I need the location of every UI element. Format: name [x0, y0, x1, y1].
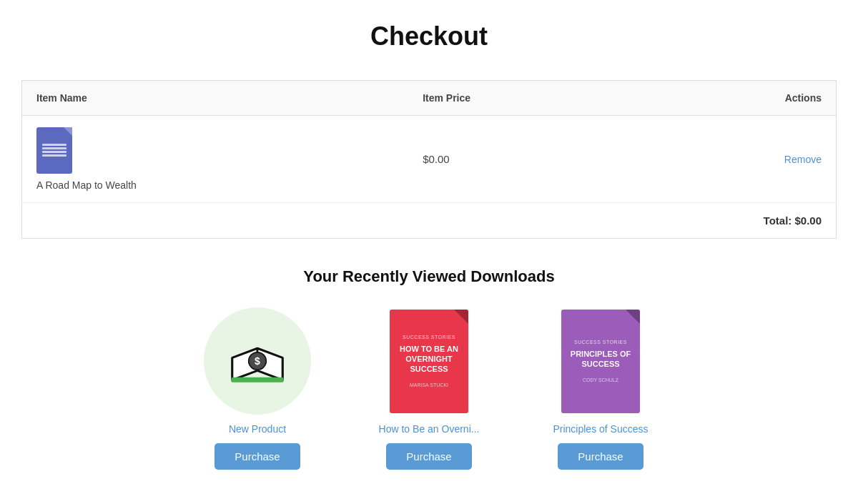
book-cover-author-overnight: MARISA STUCKI [410, 382, 448, 387]
col-header-item-name: Item Name [22, 81, 409, 116]
book-thumb-line [42, 151, 66, 153]
item-price-cell: $0.00 [408, 116, 638, 203]
product-image-overnight-success: SUCCESS STORIES HOW TO BE AN OVERNIGHT S… [375, 307, 483, 415]
book-cover-title-overnight: HOW TO BE AN OVERNIGHT SUCCESS [397, 344, 461, 375]
book-cover-header-principles: SUCCESS STORIES [574, 340, 627, 345]
book-cover-author-principles: CODY SCHULZ [583, 377, 618, 382]
book-thumb-line [42, 154, 66, 157]
book-cover-title-principles: PRINCIPLES OF SUCCESS [568, 349, 633, 370]
product-card-principles-of-success: SUCCESS STORIES PRINCIPLES OF SUCCESS CO… [529, 307, 672, 470]
open-book-icon: $ [225, 336, 290, 386]
table-header-row: Item Name Item Price Actions [22, 81, 837, 116]
purchase-button-overnight-success[interactable]: Purchase [386, 443, 471, 470]
item-name-label: A Road Map to Wealth [36, 179, 137, 191]
purchase-button-new-product[interactable]: Purchase [214, 443, 300, 470]
product-card-overnight-success: SUCCESS STORIES HOW TO BE AN OVERNIGHT S… [358, 307, 500, 470]
col-header-actions: Actions [638, 81, 837, 116]
book-cover-purple: SUCCESS STORIES PRINCIPLES OF SUCCESS CO… [561, 310, 640, 413]
item-actions-cell: Remove [638, 116, 837, 203]
product-name-new-product[interactable]: New Product [229, 423, 286, 435]
col-header-item-price: Item Price [408, 81, 638, 116]
book-cover-header-overnight: SUCCESS STORIES [403, 335, 455, 340]
total-row: Total: $0.00 [22, 203, 837, 239]
book-thumb-lines [42, 144, 66, 158]
book-cover-red: SUCCESS STORIES HOW TO BE AN OVERNIGHT S… [390, 310, 468, 413]
purchase-button-principles[interactable]: Purchase [558, 443, 643, 470]
svg-rect-2 [231, 377, 284, 382]
product-image-new-product: $ [204, 307, 311, 415]
cart-table: Item Name Item Price Actions [21, 80, 837, 239]
product-image-principles: SUCCESS STORIES PRINCIPLES OF SUCCESS CO… [547, 307, 654, 415]
total-label: Total: $0.00 [22, 203, 837, 239]
book-thumb-line [42, 144, 66, 146]
product-card-new-product: $ New Product Purchase [186, 307, 329, 470]
svg-text:$: $ [255, 355, 260, 367]
table-row: A Road Map to Wealth $0.00 Remove [22, 116, 837, 203]
recently-viewed-title: Your Recently Viewed Downloads [21, 267, 837, 286]
product-name-overnight-success[interactable]: How to Be an Overni... [379, 423, 480, 435]
remove-link[interactable]: Remove [784, 154, 822, 165]
recently-viewed-section: Your Recently Viewed Downloads [21, 267, 837, 470]
book-thumb-line [42, 147, 66, 149]
new-product-circle: $ [204, 307, 311, 415]
products-grid: $ New Product Purchase SUCCESS STORIES H… [21, 307, 837, 470]
item-name-cell: A Road Map to Wealth [22, 116, 409, 203]
page-title: Checkout [21, 21, 837, 51]
item-thumbnail [36, 127, 72, 174]
product-name-principles[interactable]: Principles of Success [553, 423, 648, 435]
